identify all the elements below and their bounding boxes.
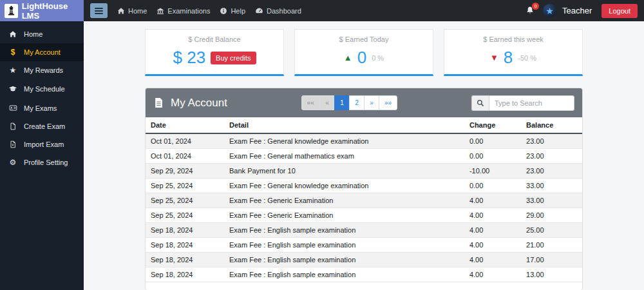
sidebar-item-my-rewards[interactable]: ★My Rewards <box>0 61 84 79</box>
sidebar-item-import-exam[interactable]: Import Exam <box>0 135 84 153</box>
table-cell: Oct 01, 2024 <box>146 133 224 149</box>
card-percent: 0 % <box>372 54 384 62</box>
avatar[interactable]: ★ <box>543 4 556 17</box>
table-cell: 23.00 <box>521 164 582 179</box>
top-navbar: HomeExaminationsHelpDashboard 0 ★ Teache… <box>84 0 644 21</box>
table-row: Oct 01, 2024Exam Fee : General mathemati… <box>146 149 582 164</box>
table-cell: 25.00 <box>521 223 582 238</box>
table-cell: 4.00 <box>464 238 521 253</box>
pagination-page-1-button[interactable]: 1 <box>334 95 350 110</box>
sidebar-item-label: Home <box>24 30 43 38</box>
earned-this-week-card: $ Earned this week▼8-50 % <box>444 29 583 76</box>
sidebar-item-label: My Exams <box>24 104 57 112</box>
panel-header: My Account «««12»»» <box>146 88 582 117</box>
topbar-right: 0 ★ Teacher Logout <box>526 4 638 18</box>
table-cell: Exam Fee : Generic Examination <box>224 208 464 223</box>
notifications-button[interactable]: 0 <box>526 6 535 16</box>
table-row: Oct 01, 2024Exam Fee : General knowledge… <box>146 133 582 149</box>
star-avatar-icon: ★ <box>545 6 554 16</box>
table-row: Sep 25, 2024Exam Fee : Generic Examinati… <box>146 208 582 223</box>
table-header-row: DateDetailChangeBalance <box>146 117 582 133</box>
table-cell: Exam Fee : General knowledge examination <box>224 179 464 193</box>
search-input[interactable] <box>489 95 574 111</box>
nav-item-help[interactable]: Help <box>220 6 245 15</box>
main-content: $ Credit Balance$ 23Buy credits$ Earned … <box>84 21 644 290</box>
table-cell: Sep 18, 2024 <box>146 253 224 267</box>
card-title: $ Credit Balance <box>146 35 283 43</box>
table-cell: Exam Fee : English sample examination <box>224 238 464 253</box>
sidebar-item-my-account[interactable]: $My Account <box>0 43 84 61</box>
card-value: 0 <box>357 48 366 68</box>
table-cell: 33.00 <box>521 179 582 193</box>
sidebar-item-create-exam[interactable]: Create Exam <box>0 117 84 135</box>
brand-title: LightHouse LMS <box>22 1 84 21</box>
table-cell: Exam Fee : General knowledge examination <box>224 133 464 149</box>
sidebar-item-label: My Rewards <box>24 66 63 74</box>
search-group <box>471 95 574 111</box>
table-cell: 17.00 <box>521 253 582 267</box>
table-cell: 23.00 <box>521 133 582 149</box>
top-nav-links: HomeExaminationsHelpDashboard <box>117 6 301 15</box>
dashboard-icon <box>255 6 263 15</box>
account-table: DateDetailChangeBalance Oct 01, 2024Exam… <box>146 117 582 282</box>
table-cell: Exam Fee : English sample examination <box>224 253 464 267</box>
table-cell: Sep 25, 2024 <box>146 193 224 208</box>
table-cell: 4.00 <box>464 208 521 223</box>
table-cell: Exam Fee : English sample examination <box>224 267 464 282</box>
gear-icon: ⚙ <box>8 159 17 166</box>
table-cell: 4.00 <box>464 253 521 267</box>
sidebar-item-my-exams[interactable]: My Exams <box>0 99 84 117</box>
card-value: 8 <box>504 48 513 68</box>
table-cell: Bank Payment for 10 <box>224 164 464 179</box>
pagination-next-button[interactable]: » <box>364 95 379 110</box>
sidebar-toggle-button[interactable] <box>90 3 108 18</box>
table-cell: Sep 25, 2024 <box>146 179 224 193</box>
pagination: «««12»»» <box>301 95 397 110</box>
column-header-detail: Detail <box>224 117 464 133</box>
document-icon <box>153 97 164 108</box>
brand-logo-block: LightHouse LMS <box>0 0 84 21</box>
notification-badge: 0 <box>532 3 539 10</box>
column-header-balance: Balance <box>521 117 582 133</box>
sidebar-item-profile-setting[interactable]: ⚙Profile Setting <box>0 153 84 171</box>
sidebar-item-label: My Schedule <box>24 85 65 93</box>
table-cell: -10.00 <box>464 164 521 179</box>
table-cell: 0.00 <box>464 133 521 149</box>
panel-title: My Account <box>171 97 227 110</box>
table-row: Sep 18, 2024Exam Fee : English sample ex… <box>146 267 582 282</box>
sidebar-item-my-schedule[interactable]: My Schedule <box>0 79 84 99</box>
nav-label: Examinations <box>167 7 210 15</box>
pagination-last-button[interactable]: »» <box>379 95 397 110</box>
dollar-icon: $ <box>8 48 17 56</box>
credit-balance-card: $ Credit Balance$ 23Buy credits <box>145 29 284 76</box>
card-value: $ 23 <box>173 48 205 68</box>
logout-button[interactable]: Logout <box>601 4 638 18</box>
topbar: LightHouse LMS HomeExaminationsHelpDashb… <box>0 0 644 21</box>
table-cell: Exam Fee : Generic Examination <box>224 193 464 208</box>
pagination-page-2-button[interactable]: 2 <box>349 95 365 110</box>
table-row: Sep 18, 2024Exam Fee : English sample ex… <box>146 238 582 253</box>
file-import-icon <box>8 140 17 148</box>
home-icon <box>117 7 125 15</box>
sidebar-item-label: Profile Setting <box>24 159 68 166</box>
card-percent: -50 % <box>518 54 536 62</box>
nav-item-examinations[interactable]: Examinations <box>156 6 210 15</box>
home-icon <box>8 30 17 38</box>
pagination-first-button[interactable]: «« <box>301 95 320 110</box>
sidebar-item-label: Import Exam <box>24 140 64 148</box>
graduation-cap-icon <box>8 84 17 93</box>
nav-label: Home <box>128 7 147 15</box>
table-cell: 0.00 <box>464 179 521 193</box>
buy-credits-button[interactable]: Buy credits <box>211 52 256 64</box>
sidebar-item-home[interactable]: Home <box>0 25 84 43</box>
nav-label: Help <box>231 7 245 15</box>
nav-item-home[interactable]: Home <box>117 6 147 15</box>
pagination-prev-button[interactable]: « <box>319 95 335 110</box>
info-icon <box>220 7 227 15</box>
nav-item-dashboard[interactable]: Dashboard <box>255 6 301 15</box>
table-cell: Exam Fee : General mathematics exam <box>224 149 464 164</box>
column-header-change: Change <box>464 117 521 133</box>
building-icon <box>156 7 164 15</box>
table-row: Sep 29, 2024Bank Payment for 10-10.0023.… <box>146 164 582 179</box>
table-cell: Sep 18, 2024 <box>146 238 224 253</box>
